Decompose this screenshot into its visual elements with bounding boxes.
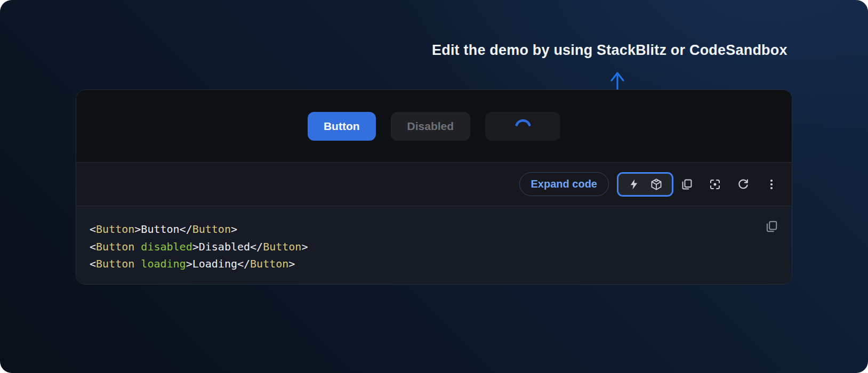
code-line: <Button disabled>Disabled</Button>	[90, 238, 308, 256]
copy-demo-button[interactable]	[680, 177, 694, 191]
preview-button[interactable]	[708, 177, 722, 191]
copy-code-button[interactable]	[764, 220, 779, 234]
loading-spinner-icon	[513, 117, 533, 136]
demo-preview-area: Button Disabled	[76, 90, 792, 163]
refresh-icon	[737, 178, 750, 191]
expand-code-button[interactable]: Expand code	[519, 172, 609, 196]
screenshot-background: Edit the demo by using StackBlitz or Cod…	[0, 0, 868, 373]
disabled-button[interactable]: Disabled	[391, 112, 471, 141]
stackblitz-icon[interactable]	[628, 179, 640, 190]
code-line: <Button loading>Loading</Button>	[90, 255, 308, 273]
code-lines: <Button>Button</Button><Button disabled>…	[90, 221, 308, 273]
loading-button[interactable]	[485, 112, 560, 141]
online-editors-highlight-box	[617, 172, 673, 197]
refresh-button[interactable]	[736, 177, 750, 191]
preview-icon	[709, 178, 721, 191]
copy-icon	[680, 178, 693, 191]
copy-icon	[765, 227, 778, 235]
callout-caption: Edit the demo by using StackBlitz or Cod…	[432, 42, 787, 59]
demo-panel: Button Disabled Expand code	[76, 90, 792, 285]
more-icon	[765, 178, 778, 191]
codesandbox-icon[interactable]	[650, 178, 663, 191]
demo-toolbar: Expand code	[76, 163, 792, 206]
primary-button[interactable]: Button	[308, 112, 376, 141]
more-actions-button[interactable]	[765, 177, 778, 191]
code-block: <Button>Button</Button><Button disabled>…	[76, 206, 792, 284]
code-line: <Button>Button</Button>	[90, 221, 308, 238]
